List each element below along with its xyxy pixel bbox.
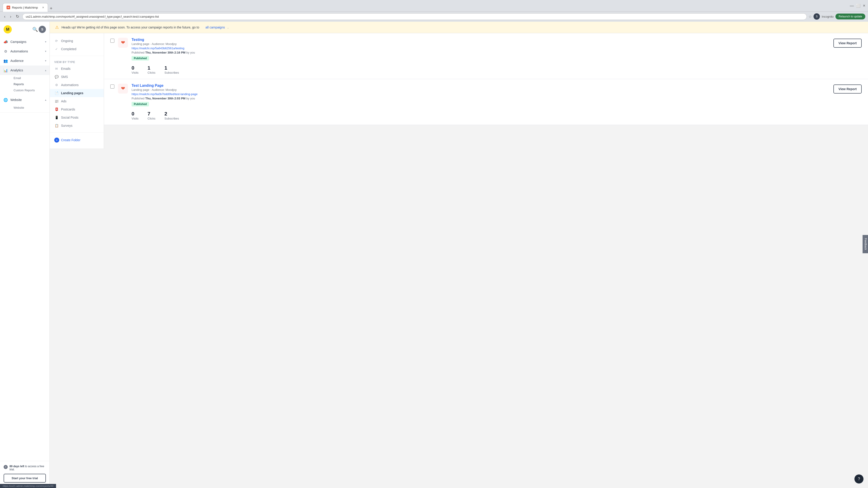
filter-emails-label: Emails <box>61 67 70 70</box>
sidebar-item-campaigns[interactable]: 📣 Campaigns ▾ <box>0 37 50 46</box>
filter-sms-label: SMS <box>61 75 68 78</box>
view-report-button-testing[interactable]: View Report <box>833 39 862 48</box>
stat-visits-test-landing: 0 Visits <box>131 111 138 120</box>
active-tab[interactable]: M Reports | Mailchimp × <box>3 3 48 12</box>
report-title-test-landing[interactable]: Test Landing Page <box>131 84 830 88</box>
landing-pages-type-icon: 📄 <box>54 91 59 95</box>
ads-type-icon: 📰 <box>54 99 59 103</box>
sidebar-item-automations[interactable]: ⚙ Automations ▾ <box>0 46 50 56</box>
nav-section-main: 📣 Campaigns ▾ ⚙ Automations ▾ 👥 Audience… <box>0 37 50 113</box>
sidebar-item-website[interactable]: 🌐 Website ▴ <box>0 95 50 105</box>
stat-clicks-value: 1 <box>148 65 156 71</box>
tab-favicon: M <box>6 6 10 9</box>
filter-social-posts-label: Social Posts <box>61 116 79 119</box>
filter-ongoing-label: Ongoing <box>61 39 73 43</box>
automations-icon: ⚙ <box>3 49 8 54</box>
main-content: ⚠ Heads up! We're getting rid of this pa… <box>50 22 868 486</box>
filter-landing-pages[interactable]: 📄 Landing pages <box>50 89 104 97</box>
stat-visits-value: 0 <box>131 65 138 71</box>
stat-visits-testing: 0 Visits <box>131 65 138 74</box>
sidebar-item-reports[interactable]: Reports <box>10 81 50 87</box>
filter-postcards[interactable]: 📮 Postcards <box>50 105 104 113</box>
reload-button[interactable]: ↻ <box>14 13 21 20</box>
tab-title: Reports | Mailchimp <box>12 6 38 9</box>
filter-automations[interactable]: ⚙ Automations <box>50 81 104 89</box>
app-container: M 🔍 S 📣 Campaigns ▾ ⚙ Automations ▾ 👥 Au… <box>0 22 868 486</box>
help-button[interactable]: ? <box>855 475 864 484</box>
all-campaigns-link[interactable]: all campaigns <box>206 26 225 29</box>
bookmark-button[interactable]: ☆ <box>809 14 812 19</box>
report-title-testing[interactable]: Testing <box>131 38 830 42</box>
back-button[interactable]: ‹ <box>3 13 7 20</box>
automations-type-icon: ⚙ <box>54 83 59 87</box>
relaunch-button[interactable]: Relaunch to update <box>835 13 865 20</box>
report-url-test-landing[interactable]: https://mailchi.mp/9a0b7bdd0fed/test-lan… <box>131 92 830 96</box>
report-card-test-landing-page: ❤ Test Landing Page Landing page · Audie… <box>104 79 868 125</box>
alert-message: Heads up! We're getting rid of this page… <box>61 26 199 29</box>
report-date-value: Thu, November 30th 2:16 PM <box>145 51 186 54</box>
report-url-testing[interactable]: https://mailchi.mp/5a643b62561a/testing <box>131 46 830 50</box>
create-folder-icon: + <box>54 138 59 142</box>
incognito-badge: S <box>813 13 820 20</box>
alert-message-end: . <box>228 26 228 29</box>
alert-banner: ⚠ Heads up! We're getting rid of this pa… <box>50 22 868 33</box>
report-icon-test-landing: ❤ <box>118 84 128 94</box>
sidebar-item-email[interactable]: Email <box>10 75 50 81</box>
published-badge-test-landing: Published <box>131 102 149 106</box>
stat-clicks-label: Clicks <box>148 117 156 120</box>
global-search-button[interactable]: 🔍 <box>31 26 39 33</box>
new-tab-button[interactable]: + <box>48 5 54 12</box>
address-input[interactable] <box>22 13 807 20</box>
report-body-test-landing: Test Landing Page Landing page · Audienc… <box>131 84 830 120</box>
sidebar-footer: ⏱ 89 days left to access a free trial. S… <box>0 461 50 486</box>
tab-close-button[interactable]: × <box>42 6 44 9</box>
report-date-value: Thu, November 30th 2:03 PM <box>145 97 186 100</box>
view-report-button-test-landing[interactable]: View Report <box>833 85 862 94</box>
reports-list: ❤ Testing Landing page · Audience: Moodj… <box>104 33 868 149</box>
sidebar-item-custom-reports[interactable]: Custom Reports <box>10 87 50 93</box>
feedback-tab[interactable]: Feedback <box>863 235 868 253</box>
create-folder-label: Create Folder <box>61 138 81 142</box>
report-checkbox-test-landing[interactable] <box>110 85 114 89</box>
stat-subscribes-testing: 1 Subscribes <box>164 65 179 74</box>
filter-ads[interactable]: 📰 Ads <box>50 97 104 105</box>
report-date-testing: Published Thu, November 30th 2:16 PM by … <box>131 51 830 54</box>
filter-ads-label: Ads <box>61 99 66 103</box>
sidebar-item-audience[interactable]: 👥 Audience ▾ <box>0 56 50 66</box>
filter-ongoing[interactable]: ⟳ Ongoing <box>50 37 104 45</box>
report-checkbox-testing[interactable] <box>110 39 114 43</box>
stat-visits-value: 0 <box>131 111 138 117</box>
report-stats-testing: 0 Visits 1 Clicks 1 Subscribes <box>131 65 830 74</box>
mailchimp-logo: M <box>4 25 12 33</box>
filter-landing-pages-label: Landing pages <box>61 91 84 95</box>
start-trial-button[interactable]: Start your free trial <box>4 474 46 483</box>
stat-subscribes-label: Subscribes <box>164 117 179 120</box>
audience-icon: 👥 <box>3 58 8 63</box>
tab-bar: M Reports | Mailchimp × + <box>3 0 54 12</box>
maximize-button[interactable]: ⬜ <box>856 4 861 8</box>
filter-sms[interactable]: 💬 SMS <box>50 73 104 81</box>
sidebar-item-website-sub[interactable]: Website <box>10 105 50 111</box>
report-stats-test-landing: 0 Visits 7 Clicks 2 Subscribes <box>131 111 830 120</box>
forward-button[interactable]: › <box>8 13 13 20</box>
stat-subscribes-value: 2 <box>164 111 179 117</box>
sidebar-item-label: Website <box>10 98 43 102</box>
browser-tab-bar: M Reports | Mailchimp × + — ⬜ × <box>0 0 868 12</box>
filter-social-posts[interactable]: 📱 Social Posts <box>50 113 104 122</box>
minimize-button[interactable]: — <box>850 3 854 8</box>
sidebar-item-analytics[interactable]: 📊 Analytics ▴ <box>0 66 50 75</box>
social-posts-type-icon: 📱 <box>54 115 59 120</box>
filter-completed-label: Completed <box>61 47 76 51</box>
filter-surveys[interactable]: 📋 Surveys <box>50 122 104 130</box>
sidebar: M 🔍 S 📣 Campaigns ▾ ⚙ Automations ▾ 👥 Au… <box>0 22 50 486</box>
filter-completed[interactable]: ✓ Completed <box>50 45 104 53</box>
completed-icon: ✓ <box>54 47 59 51</box>
filter-automations-label: Automations <box>61 83 79 87</box>
report-date-suffix: by you <box>186 97 195 100</box>
close-window-button[interactable]: × <box>863 3 865 8</box>
report-date-label: Published <box>131 97 145 100</box>
user-avatar[interactable]: S <box>39 26 46 33</box>
report-body-testing: Testing Landing page · Audience: Moodjoy… <box>131 38 830 74</box>
create-folder-button[interactable]: + Create Folder <box>50 135 104 145</box>
filter-emails[interactable]: ✉ Emails <box>50 65 104 73</box>
